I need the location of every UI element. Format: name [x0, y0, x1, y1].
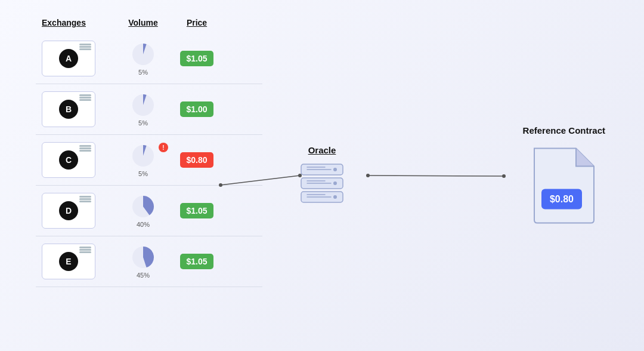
volume-cell-D: 40% — [113, 193, 173, 228]
svg-point-16 — [333, 195, 337, 199]
pie-percent-A: 5% — [138, 69, 148, 76]
oracle-label: Oracle — [308, 145, 336, 155]
exchange-card-D: D — [42, 193, 95, 229]
col-header-exchanges: Exchanges — [42, 18, 113, 27]
price-badge-B: $1.00 — [180, 101, 213, 117]
col-header-volume: Volume — [113, 18, 173, 27]
volume-cell-C: ! 5% — [113, 143, 173, 177]
exchange-card-B: B — [42, 91, 95, 127]
reference-block: Reference Contract $0.80 — [523, 125, 605, 226]
price-badge-A: $1.05 — [180, 51, 213, 66]
svg-text:$0.80: $0.80 — [550, 194, 574, 204]
col-header-price: Price — [173, 18, 221, 27]
exchange-row: E 45% $1.05 — [36, 236, 262, 287]
price-cell-B: $1.00 — [173, 101, 221, 117]
svg-point-8 — [333, 168, 337, 171]
main-container: Exchanges Volume Price A 5% — [0, 0, 644, 351]
reference-label: Reference Contract — [523, 125, 605, 136]
price-cell-C: $0.80 — [173, 152, 221, 168]
price-badge-E: $1.05 — [180, 254, 213, 269]
pie-chart — [130, 143, 156, 169]
volume-cell-B: 5% — [113, 92, 173, 127]
exchange-icon-C: C — [59, 150, 78, 170]
exchange-icon-A: A — [59, 49, 78, 68]
price-badge-D: $1.05 — [180, 203, 213, 218]
exchange-card-C: C — [42, 142, 95, 178]
exchange-card-A: A — [42, 41, 95, 76]
exchange-row: C ! 5% $0.80 — [36, 135, 262, 186]
svg-point-12 — [333, 181, 337, 185]
pie-percent-B: 5% — [138, 119, 148, 127]
exchange-rows: A 5% $1.05 — [36, 33, 262, 287]
svg-line-22 — [368, 176, 504, 176]
alert-dot: ! — [159, 143, 168, 152]
server-icon — [298, 161, 346, 206]
pie-chart — [130, 92, 156, 118]
exchange-row: B 5% $1.00 — [36, 84, 262, 135]
document-icon: $0.80 — [528, 143, 600, 226]
pie-percent-D: 40% — [137, 221, 150, 228]
pie-chart — [130, 193, 156, 220]
exchange-card-E: E — [42, 244, 95, 279]
price-cell-A: $1.05 — [173, 51, 221, 66]
exchange-row: A 5% $1.05 — [36, 33, 262, 84]
exchange-icon-D: D — [59, 201, 78, 220]
pie-chart — [130, 244, 156, 270]
oracle-block: Oracle — [298, 145, 346, 206]
price-badge-C: $0.80 — [180, 152, 213, 168]
svg-point-24 — [502, 174, 506, 178]
volume-cell-E: 45% — [113, 244, 173, 279]
price-cell-D: $1.05 — [173, 203, 221, 218]
volume-cell-A: 5% — [113, 41, 173, 76]
exchange-icon-B: B — [59, 100, 78, 119]
price-cell-E: $1.05 — [173, 254, 221, 269]
table-header: Exchanges Volume Price — [36, 18, 262, 27]
pie-percent-C: 5% — [138, 170, 148, 177]
svg-point-23 — [366, 174, 370, 177]
pie-chart — [130, 41, 156, 67]
exchanges-panel: Exchanges Volume Price A 5% — [36, 18, 262, 287]
exchange-icon-E: E — [59, 252, 78, 271]
exchange-row: D 40% $1.05 — [36, 186, 262, 236]
pie-percent-E: 45% — [137, 272, 150, 279]
